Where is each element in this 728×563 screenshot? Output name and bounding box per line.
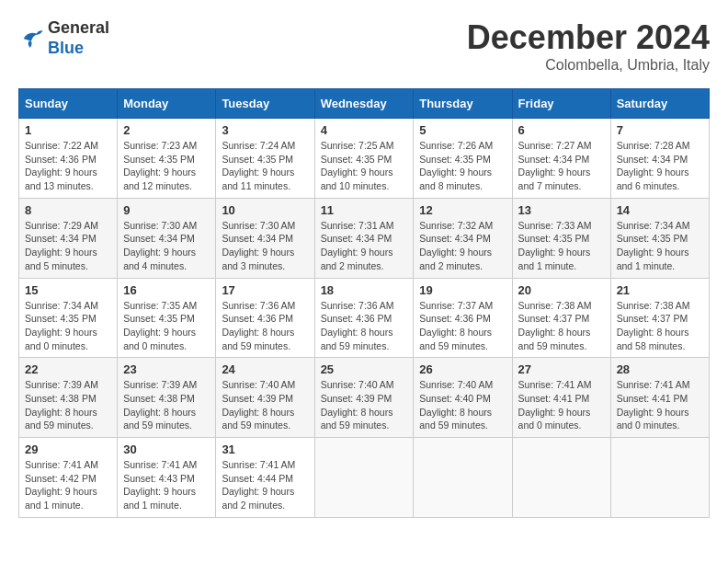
day-info: Sunrise: 7:30 AMSunset: 4:34 PMDaylight:… [222, 219, 308, 273]
day-number: 17 [222, 283, 308, 297]
day-number: 14 [617, 203, 703, 217]
day-info: Sunrise: 7:40 AMSunset: 4:39 PMDaylight:… [222, 378, 308, 432]
calendar-header-wednesday: Wednesday [314, 89, 414, 119]
day-info: Sunrise: 7:33 AMSunset: 4:35 PMDaylight:… [518, 219, 605, 273]
day-info: Sunrise: 7:29 AMSunset: 4:34 PMDaylight:… [25, 219, 111, 273]
day-info: Sunrise: 7:36 AMSunset: 4:36 PMDaylight:… [321, 299, 408, 353]
calendar-cell: 3Sunrise: 7:24 AMSunset: 4:35 PMDaylight… [216, 119, 314, 199]
day-info: Sunrise: 7:41 AMSunset: 4:44 PMDaylight:… [222, 458, 308, 512]
day-number: 24 [222, 362, 308, 376]
day-info: Sunrise: 7:30 AMSunset: 4:34 PMDaylight:… [123, 219, 210, 273]
logo-text: General Blue [48, 18, 109, 58]
calendar-cell: 7Sunrise: 7:28 AMSunset: 4:34 PMDaylight… [610, 119, 709, 199]
day-number: 6 [518, 123, 605, 137]
day-info: Sunrise: 7:22 AMSunset: 4:36 PMDaylight:… [25, 139, 111, 193]
calendar-cell: 21Sunrise: 7:38 AMSunset: 4:37 PMDayligh… [610, 278, 709, 358]
calendar-cell: 11Sunrise: 7:31 AMSunset: 4:34 PMDayligh… [314, 198, 414, 278]
day-info: Sunrise: 7:41 AMSunset: 4:41 PMDaylight:… [518, 378, 605, 432]
day-info: Sunrise: 7:28 AMSunset: 4:34 PMDaylight:… [617, 139, 703, 193]
day-number: 25 [321, 362, 408, 376]
day-info: Sunrise: 7:24 AMSunset: 4:35 PMDaylight:… [222, 139, 308, 193]
day-number: 26 [419, 362, 506, 376]
calendar-cell: 2Sunrise: 7:23 AMSunset: 4:35 PMDaylight… [118, 119, 216, 199]
calendar-cell: 29Sunrise: 7:41 AMSunset: 4:42 PMDayligh… [19, 438, 118, 518]
calendar-table: SundayMondayTuesdayWednesdayThursdayFrid… [18, 88, 710, 518]
day-info: Sunrise: 7:34 AMSunset: 4:35 PMDaylight:… [617, 219, 703, 273]
calendar-cell: 22Sunrise: 7:39 AMSunset: 4:38 PMDayligh… [19, 358, 118, 438]
day-number: 13 [518, 203, 605, 217]
day-number: 23 [123, 362, 210, 376]
calendar-cell: 14Sunrise: 7:34 AMSunset: 4:35 PMDayligh… [610, 198, 709, 278]
calendar-cell: 26Sunrise: 7:40 AMSunset: 4:40 PMDayligh… [414, 358, 512, 438]
calendar-cell: 6Sunrise: 7:27 AMSunset: 4:34 PMDaylight… [512, 119, 610, 199]
calendar-cell: 5Sunrise: 7:26 AMSunset: 4:35 PMDaylight… [414, 119, 512, 199]
logo-blue: Blue [48, 39, 109, 59]
calendar-cell: 31Sunrise: 7:41 AMSunset: 4:44 PMDayligh… [216, 438, 314, 518]
location-title: Colombella, Umbria, Italy [467, 57, 710, 74]
day-info: Sunrise: 7:38 AMSunset: 4:37 PMDaylight:… [518, 299, 605, 353]
day-number: 19 [419, 283, 506, 297]
day-number: 16 [123, 283, 210, 297]
calendar-header-sunday: Sunday [19, 89, 118, 119]
day-info: Sunrise: 7:25 AMSunset: 4:35 PMDaylight:… [321, 139, 408, 193]
day-info: Sunrise: 7:36 AMSunset: 4:36 PMDaylight:… [222, 299, 308, 353]
calendar-week-5: 29Sunrise: 7:41 AMSunset: 4:42 PMDayligh… [19, 438, 710, 518]
calendar-cell: 28Sunrise: 7:41 AMSunset: 4:41 PMDayligh… [610, 358, 709, 438]
day-number: 4 [321, 123, 408, 137]
calendar-cell: 9Sunrise: 7:30 AMSunset: 4:34 PMDaylight… [118, 198, 216, 278]
calendar-cell: 15Sunrise: 7:34 AMSunset: 4:35 PMDayligh… [19, 278, 118, 358]
page-header: General Blue December 2024 Colombella, U… [18, 18, 710, 74]
day-number: 11 [321, 203, 408, 217]
calendar-week-4: 22Sunrise: 7:39 AMSunset: 4:38 PMDayligh… [19, 358, 710, 438]
logo: General Blue [18, 18, 109, 58]
calendar-week-2: 8Sunrise: 7:29 AMSunset: 4:34 PMDaylight… [19, 198, 710, 278]
day-info: Sunrise: 7:39 AMSunset: 4:38 PMDaylight:… [25, 378, 111, 432]
calendar-cell: 18Sunrise: 7:36 AMSunset: 4:36 PMDayligh… [314, 278, 414, 358]
logo-bird-icon [18, 26, 44, 52]
day-info: Sunrise: 7:41 AMSunset: 4:41 PMDaylight:… [617, 378, 703, 432]
day-info: Sunrise: 7:34 AMSunset: 4:35 PMDaylight:… [25, 299, 111, 353]
day-info: Sunrise: 7:40 AMSunset: 4:39 PMDaylight:… [321, 378, 408, 432]
calendar-cell: 19Sunrise: 7:37 AMSunset: 4:36 PMDayligh… [414, 278, 512, 358]
day-number: 18 [321, 283, 408, 297]
calendar-cell: 23Sunrise: 7:39 AMSunset: 4:38 PMDayligh… [118, 358, 216, 438]
calendar-header-tuesday: Tuesday [216, 89, 314, 119]
calendar-cell: 24Sunrise: 7:40 AMSunset: 4:39 PMDayligh… [216, 358, 314, 438]
day-number: 1 [25, 123, 111, 137]
day-info: Sunrise: 7:37 AMSunset: 4:36 PMDaylight:… [419, 299, 506, 353]
calendar-cell [512, 438, 610, 518]
day-number: 3 [222, 123, 308, 137]
calendar-cell: 25Sunrise: 7:40 AMSunset: 4:39 PMDayligh… [314, 358, 414, 438]
calendar-cell: 20Sunrise: 7:38 AMSunset: 4:37 PMDayligh… [512, 278, 610, 358]
day-info: Sunrise: 7:27 AMSunset: 4:34 PMDaylight:… [518, 139, 605, 193]
day-info: Sunrise: 7:39 AMSunset: 4:38 PMDaylight:… [123, 378, 210, 432]
calendar-cell: 12Sunrise: 7:32 AMSunset: 4:34 PMDayligh… [414, 198, 512, 278]
day-number: 21 [617, 283, 703, 297]
calendar-cell [414, 438, 512, 518]
calendar-header-friday: Friday [512, 89, 610, 119]
title-section: December 2024 Colombella, Umbria, Italy [467, 18, 710, 74]
day-info: Sunrise: 7:41 AMSunset: 4:42 PMDaylight:… [25, 458, 111, 512]
day-info: Sunrise: 7:38 AMSunset: 4:37 PMDaylight:… [617, 299, 703, 353]
day-info: Sunrise: 7:23 AMSunset: 4:35 PMDaylight:… [123, 139, 210, 193]
day-number: 15 [25, 283, 111, 297]
calendar-body: 1Sunrise: 7:22 AMSunset: 4:36 PMDaylight… [19, 119, 710, 518]
day-number: 9 [123, 203, 210, 217]
day-number: 2 [123, 123, 210, 137]
calendar-cell: 16Sunrise: 7:35 AMSunset: 4:35 PMDayligh… [118, 278, 216, 358]
calendar-cell: 17Sunrise: 7:36 AMSunset: 4:36 PMDayligh… [216, 278, 314, 358]
day-info: Sunrise: 7:31 AMSunset: 4:34 PMDaylight:… [321, 219, 408, 273]
month-title: December 2024 [467, 18, 710, 57]
day-number: 28 [617, 362, 703, 376]
day-number: 27 [518, 362, 605, 376]
calendar-cell: 27Sunrise: 7:41 AMSunset: 4:41 PMDayligh… [512, 358, 610, 438]
calendar-cell [610, 438, 709, 518]
calendar-cell [314, 438, 414, 518]
day-number: 30 [123, 442, 210, 456]
calendar-cell: 13Sunrise: 7:33 AMSunset: 4:35 PMDayligh… [512, 198, 610, 278]
calendar-header-saturday: Saturday [610, 89, 709, 119]
calendar-week-3: 15Sunrise: 7:34 AMSunset: 4:35 PMDayligh… [19, 278, 710, 358]
day-number: 8 [25, 203, 111, 217]
day-number: 22 [25, 362, 111, 376]
day-number: 10 [222, 203, 308, 217]
